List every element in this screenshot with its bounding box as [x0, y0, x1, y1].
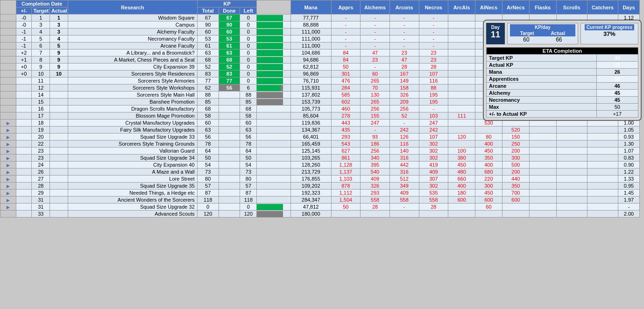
kpday-values: 60 66: [510, 36, 575, 43]
table-row: ▶31Squad Size Upgrade 320047,8125028-286…: [0, 204, 640, 211]
eta-row-0: Target KP 34: [487, 55, 638, 62]
eta-label-2: Mana: [487, 69, 597, 76]
day-box: Day 11: [486, 23, 505, 44]
table-row: ▶28Squad Size Upgrade 355757109,20287832…: [0, 183, 640, 190]
eta-val-7: 50: [596, 104, 638, 111]
kpday-label: KP/day: [535, 25, 551, 30]
table-row: ▶27Lore Street8080176,8551,1034095123076…: [0, 176, 640, 183]
table-row: ▶19Fairy Silk Manufactory Upgrades636313…: [0, 126, 640, 133]
arrow-header: [0, 0, 16, 14]
days-header: Days: [618, 0, 640, 14]
apprs-header: Apprs: [331, 0, 361, 14]
eta-label-4: Arcane: [487, 83, 597, 90]
necros-header: Necros: [419, 0, 448, 14]
actual-header: Actual: [50, 7, 68, 14]
eta-label-5: Alchemy: [487, 90, 597, 97]
scrolls-header: Scrolls: [556, 0, 587, 14]
actual-label: Actual: [551, 31, 565, 36]
left-header: Left: [240, 7, 257, 14]
bar-header: [257, 0, 290, 14]
main-container: Day 11 KP/day Target Actual 60 66 Curren…: [0, 0, 644, 309]
eta-row-5: Alchemy 45: [487, 90, 638, 97]
eta-row-2: Mana 26: [487, 69, 638, 76]
eta-label-0: Target KP: [487, 55, 597, 62]
arnecs-header: ArNecs: [502, 0, 529, 14]
day-value: 11: [490, 30, 501, 40]
table-row: ▶20Squad Size Upgrade 33565666,401293931…: [0, 133, 640, 140]
arcals-header: ArcAls: [448, 0, 475, 14]
table-row: ▶22Sorcerers Style Training Grounds78781…: [0, 140, 640, 147]
eta-panel: Day 11 KP/day Target Actual 60 66 Curren…: [483, 20, 642, 121]
eta-table: ETA Completion Target KP 34 Actual KP 32…: [486, 47, 638, 118]
table-row: ▶23Squad Size Upgrade 345050103,26586134…: [0, 154, 640, 162]
table-row: ▶26A Maze and a Wall7373213,7291,1375403…: [0, 169, 640, 176]
eta-title-row: ETA Completion: [487, 48, 638, 55]
kp-header: KP: [197, 0, 257, 7]
pm-header: +/-: [16, 7, 32, 14]
eta-label-7: Max: [487, 104, 597, 111]
kpday-header: KP/day: [510, 24, 575, 30]
kpday-box: KP/day Target Actual 60 66: [507, 23, 578, 44]
eta-row-8: +/- to Actual KP +17: [487, 111, 638, 118]
current-kp-label: Current KP progress: [587, 25, 632, 30]
completion-header: Completion Date: [16, 0, 68, 7]
kpday-target: 60: [523, 36, 529, 43]
eta-val-3: 50: [596, 76, 638, 83]
table-row: ▶24City Expansion 405454128,2601,1283954…: [0, 162, 640, 169]
mana-header: Mana: [290, 0, 331, 14]
eta-val-6: 45: [596, 97, 638, 104]
flasks-header: Flasks: [529, 0, 556, 14]
eta-row-6: Necromancy 45: [487, 97, 638, 104]
eta-row-7: Max 50: [487, 104, 638, 111]
catchers-header: Catchers: [587, 0, 618, 14]
header-row-1: Completion Date Research KP Mana Apprs A…: [0, 0, 640, 7]
eta-val-2: 26: [596, 69, 638, 76]
current-kp-box: Current KP progress 37%: [580, 23, 638, 44]
eta-row-4: Arcane 46: [487, 83, 638, 90]
eta-label-3: Apprentices: [487, 76, 597, 83]
eta-label-6: Necromancy: [487, 97, 597, 104]
eta-row-1: Actual KP 32: [487, 62, 638, 69]
eta-val-1: 32: [596, 62, 638, 69]
total-header: Total: [197, 7, 219, 14]
eta-val-4: 46: [596, 83, 638, 90]
alnecs-header: AlNecs: [475, 0, 502, 14]
done-header: Done: [219, 7, 240, 14]
research-header: Research: [68, 0, 197, 14]
eta-label-8: +/- to Actual KP: [487, 111, 597, 118]
table-row: ▶31Ancient Wonders of the Sorcerers11811…: [0, 197, 640, 204]
current-kp-value: 37%: [585, 30, 634, 37]
eta-row-3: Apprentices 50: [487, 76, 638, 83]
target-label: Target: [520, 31, 534, 36]
table-row: ▶29Needed Things, a Hedge etc8787192,323…: [0, 190, 640, 197]
current-kp-header: Current KP progress: [585, 24, 634, 30]
eta-val-5: 45: [596, 90, 638, 97]
table-row: 33Advanced Scouts120120180,0002.00: [0, 211, 640, 218]
table-row: ▶23Vallorian Guard6464125,14562725614030…: [0, 147, 640, 154]
alchems-header: Alchems: [361, 0, 390, 14]
eta-label-1: Actual KP: [487, 62, 597, 69]
eta-title: ETA Completion: [487, 48, 638, 55]
target-header: Target: [32, 7, 50, 14]
arcons-header: Arcons: [389, 0, 419, 14]
kpday-actual: 66: [556, 36, 562, 43]
day-label: Day: [490, 25, 501, 30]
eta-val-8: +17: [596, 111, 638, 118]
eta-val-0: 34: [596, 55, 638, 62]
